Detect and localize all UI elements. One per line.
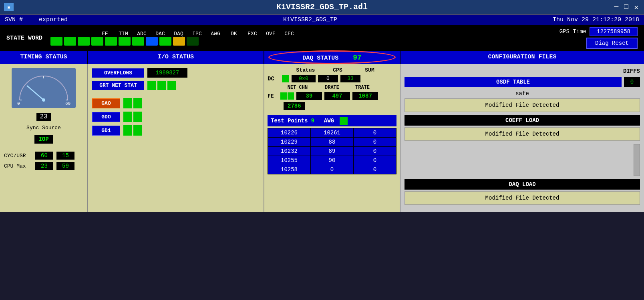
do-button[interactable]: GDO <box>92 112 120 122</box>
scrollbar[interactable] <box>634 144 640 176</box>
do-block-2 <box>133 112 142 122</box>
coeff-load-button[interactable]: COEFF LOAD <box>405 115 640 126</box>
table-cell: 0 <box>354 128 396 138</box>
title-bar: ▣ K1VISSR2_GDS_TP.adl — □ ✕ <box>0 0 644 15</box>
diffs-label: DIFFS <box>623 68 640 74</box>
table-row: 10255900 <box>268 156 396 165</box>
daq-label: DAQ <box>172 31 185 37</box>
do-row: GDO <box>92 112 260 122</box>
iop-value: IOP <box>34 135 52 144</box>
close-button[interactable]: ✕ <box>632 3 640 12</box>
d1-blocks <box>123 125 142 136</box>
sw-block-dac <box>91 37 103 46</box>
sw-block-exc <box>159 37 171 46</box>
sw-block-daq <box>105 37 117 46</box>
do-blocks <box>123 112 142 122</box>
cpu-max-label: CPU Max <box>4 163 32 169</box>
exc-label: EXC <box>246 31 259 37</box>
fe-block-2 <box>288 92 294 100</box>
table-cell: 90 <box>311 156 354 165</box>
safe-label: safe <box>405 89 640 98</box>
sw-block-awg <box>132 37 144 46</box>
ao-blocks <box>123 98 142 108</box>
sdf-diffs-value: 0 <box>624 77 640 87</box>
daq-column-headers: Status CPS SUM <box>292 67 396 73</box>
table-cell: 0 <box>311 165 354 174</box>
status-bar: SVN # exported K1VISSR2_GDS_TP Thu Nov 2… <box>0 15 644 25</box>
daq-header: DAQ STATUS 97 <box>264 51 400 64</box>
overflows-button[interactable]: OVERFLOWS <box>92 68 144 78</box>
svg-text:60: 60 <box>65 101 70 106</box>
cyc-usr-label: CYC/USR <box>4 153 32 159</box>
fe-drate: 497 <box>324 92 350 100</box>
awg-label: AWG <box>324 118 334 124</box>
modified-file-2: Modified File Detected <box>405 127 640 141</box>
diag-reset-button[interactable]: Diag Reset <box>586 38 638 49</box>
config-panel: DIFFS GSDF TABLE 0 safe Modified File De… <box>400 64 644 212</box>
cyc-value1: 60 <box>35 152 53 160</box>
daq-value: 97 <box>353 54 362 62</box>
modified-file-1: Modified File Detected <box>405 98 640 112</box>
svg-point-5 <box>42 98 45 102</box>
gps-label: GPS Time <box>559 28 586 35</box>
table-row: 10226102610 <box>268 128 396 138</box>
adc-label: ADC <box>135 31 148 37</box>
dk-label: DK <box>227 31 240 37</box>
cyc-usr-section: CYC/USR 60 15 CPU Max 23 59 <box>4 152 83 172</box>
iop-row: IOP <box>34 135 52 144</box>
state-word-blocks <box>50 37 300 46</box>
test-points-section: Test Points 9 AWG 1022610261010229880102… <box>268 115 396 174</box>
fe-extra-row: 2786 <box>268 102 396 110</box>
timing-gauge: 0 60 <box>12 68 76 108</box>
daq-dc-row: DC 0x0 0 33 <box>268 75 396 82</box>
table-row: 10229880 <box>268 138 396 147</box>
fe-net-chn: 39 <box>296 92 322 100</box>
maximize-button[interactable]: □ <box>622 3 630 12</box>
fe-label: FE <box>268 93 278 99</box>
minimize-button[interactable]: — <box>613 3 620 12</box>
sync-source-label: Sync Source <box>26 125 61 131</box>
test-points-table: 1022610261010229880102328901025590010258… <box>268 128 396 174</box>
ipc-label: IPC <box>191 31 203 37</box>
svg-text:0: 0 <box>17 101 20 106</box>
rt-net-button[interactable]: GRT NET STAT <box>92 81 144 90</box>
test-points-header: Test Points 9 AWG <box>268 115 396 126</box>
window-controls[interactable]: — □ ✕ <box>613 3 640 12</box>
table-cell: 10258 <box>268 165 311 174</box>
timing-header: TIMING STATUS <box>0 51 88 64</box>
cps-col-header: CPS <box>324 67 352 73</box>
d1-block-2 <box>133 125 142 136</box>
d1-button[interactable]: GD1 <box>92 126 120 136</box>
fe-block-1 <box>280 92 287 100</box>
ao-do-section: GAO GDO GD1 <box>92 98 260 136</box>
drate-header: DRATE <box>318 85 346 90</box>
rt-net-block-2 <box>157 81 166 90</box>
sdf-table-button[interactable]: GSDF TABLE <box>405 77 622 87</box>
gps-value: 1227589958 <box>590 27 638 36</box>
table-cell: 0 <box>354 147 396 156</box>
rt-net-block-3 <box>167 81 176 90</box>
table-row: 1025800 <box>268 165 396 174</box>
svn-label: SVN # <box>5 16 23 23</box>
tim-label: TIM <box>117 31 130 37</box>
cpu-value2: 59 <box>56 162 74 170</box>
dc-cps-value: 0 <box>318 75 338 82</box>
daq-load-button[interactable]: DAQ LOAD <box>405 179 640 190</box>
system-id: K1VISSR2_GDS_TP <box>84 16 537 23</box>
timing-panel: 0 60 23 Sync Source IOP CYC/USR 60 15 CP… <box>0 64 88 212</box>
app-icon: ▣ <box>4 3 14 11</box>
modified-file-3: Modified File Detected <box>405 191 640 205</box>
sw-block-dk <box>146 37 158 46</box>
state-word-label: STATE WORD <box>6 35 42 42</box>
ao-button[interactable]: GAO <box>92 98 120 108</box>
net-chn-header: NET CHN <box>280 85 316 90</box>
table-cell: 0 <box>354 156 396 165</box>
gps-area: GPS Time 1227589958 Diag Reset <box>559 27 638 49</box>
ovf-label: OVF <box>264 31 277 37</box>
sdf-section: safe Modified File Detected <box>405 89 640 112</box>
sync-source-row: Sync Source <box>26 125 61 131</box>
sw-block-ovf <box>173 37 185 46</box>
gauge-value: 23 <box>36 113 50 121</box>
window-title: K1VISSR2_GDS_TP.adl <box>276 2 368 12</box>
sw-block-fe <box>50 37 62 46</box>
